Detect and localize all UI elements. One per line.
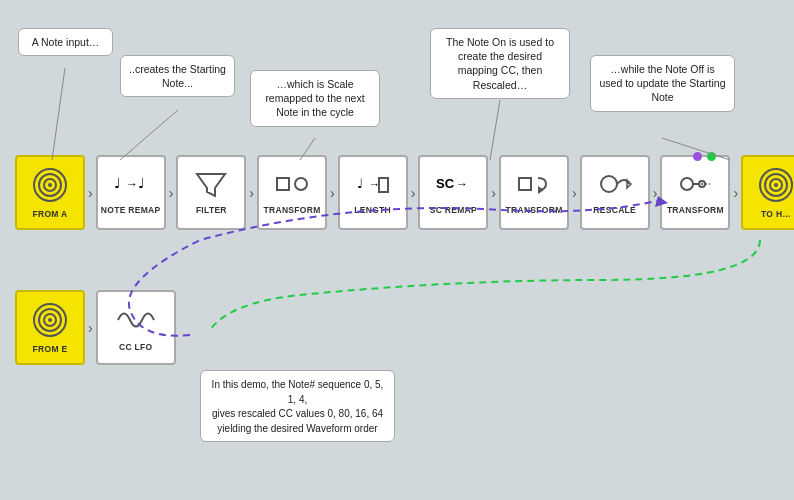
- svg-rect-8: [277, 178, 289, 190]
- module-rescale[interactable]: RESCALE: [580, 155, 650, 230]
- svg-text:SC: SC: [436, 176, 455, 191]
- arrow-4: ›: [330, 185, 335, 201]
- cc-lfo-icon: [114, 303, 158, 339]
- svg-point-27: [774, 183, 778, 187]
- callout-c-text: …which is Scale remapped to the next Not…: [265, 78, 364, 118]
- callout-e: …while the Note Off is used to update th…: [590, 55, 735, 112]
- module-length[interactable]: ♩ → LENGTH: [338, 155, 408, 230]
- green-dot: [707, 152, 716, 161]
- callout-e-text: …while the Note Off is used to update th…: [599, 63, 725, 103]
- chain-row-2: FROM E › CC LFO: [15, 290, 176, 365]
- transform3-icon: [677, 170, 713, 202]
- callout-a-text: A Note input…: [32, 36, 100, 48]
- svg-line-34: [120, 110, 178, 160]
- purple-dot: [693, 152, 702, 161]
- callout-d: The Note On is used to create the desire…: [430, 28, 570, 99]
- note-remap-label: NOTE REMAP: [101, 205, 161, 215]
- arrow-7: ›: [572, 185, 577, 201]
- note-remap-icon: ♩ → ♩: [112, 170, 150, 202]
- filter-icon: [195, 170, 227, 202]
- svg-point-9: [295, 178, 307, 190]
- svg-line-33: [52, 68, 65, 160]
- module-to-h[interactable]: TO H…: [741, 155, 794, 230]
- svg-line-36: [490, 100, 500, 160]
- arrow-9: ›: [733, 185, 738, 201]
- rescale-label: RESCALE: [593, 205, 636, 215]
- sc-remap-icon: SC →: [434, 170, 472, 202]
- from-e-icon: [31, 301, 69, 341]
- arrow-3: ›: [249, 185, 254, 201]
- svg-text:♩: ♩: [357, 176, 363, 191]
- svg-text:→: →: [456, 177, 468, 191]
- module-transform3[interactable]: TRANSFORM: [660, 155, 730, 230]
- callout-f-text: In this demo, the Note# sequence 0, 5, 1…: [212, 379, 384, 434]
- arrow-row2-1: ›: [88, 320, 93, 336]
- module-note-remap[interactable]: ♩ → ♩ NOTE REMAP: [96, 155, 166, 230]
- callout-f: In this demo, the Note# sequence 0, 5, 1…: [200, 370, 395, 442]
- length-icon: ♩ →: [355, 170, 391, 202]
- callout-d-text: The Note On is used to create the desire…: [446, 36, 554, 91]
- callout-c: …which is Scale remapped to the next Not…: [250, 70, 380, 127]
- module-from-e[interactable]: FROM E: [15, 290, 85, 365]
- from-a-icon: [31, 166, 69, 206]
- to-h-icon: [757, 166, 794, 206]
- arrow-1: ›: [88, 185, 93, 201]
- svg-point-22: [701, 183, 703, 185]
- arrow-8: ›: [653, 185, 658, 201]
- rescale-icon: [597, 170, 633, 202]
- callout-b-text: ..creates the Starting Note...: [129, 63, 226, 89]
- transform2-label: TRANSFORM: [506, 205, 563, 215]
- transform1-icon: [274, 170, 310, 202]
- to-h-label: TO H…: [761, 209, 791, 219]
- module-from-a[interactable]: FROM A: [15, 155, 85, 230]
- module-transform2[interactable]: TRANSFORM: [499, 155, 569, 230]
- callout-a: A Note input…: [18, 28, 113, 56]
- arrow-6: ›: [491, 185, 496, 201]
- arrow-5: ›: [411, 185, 416, 201]
- svg-point-17: [601, 176, 617, 192]
- filter-label: FILTER: [196, 205, 227, 215]
- module-cc-lfo[interactable]: CC LFO: [96, 290, 176, 365]
- svg-rect-15: [519, 178, 531, 190]
- cc-lfo-label: CC LFO: [119, 342, 152, 352]
- transform3-label: TRANSFORM: [667, 205, 724, 215]
- svg-text:♩: ♩: [114, 175, 121, 191]
- svg-text:♩: ♩: [138, 175, 145, 191]
- from-a-label: FROM A: [32, 209, 67, 219]
- transform1-label: TRANSFORM: [264, 205, 321, 215]
- svg-point-31: [48, 318, 52, 322]
- transform2-icon: [516, 170, 552, 202]
- module-sc-remap[interactable]: SC → SC REMAP: [418, 155, 488, 230]
- svg-text:→: →: [126, 177, 138, 191]
- callout-b: ..creates the Starting Note...: [120, 55, 235, 97]
- arrow-2: ›: [169, 185, 174, 201]
- from-e-label: FROM E: [33, 344, 68, 354]
- chain-row-1: FROM A › ♩ → ♩ NOTE REMAP › FILTER ›: [15, 155, 794, 230]
- svg-marker-7: [197, 174, 225, 196]
- sc-remap-label: SC REMAP: [430, 205, 477, 215]
- svg-marker-16: [538, 186, 544, 194]
- svg-point-3: [48, 183, 52, 187]
- svg-point-19: [681, 178, 693, 190]
- length-label: LENGTH: [354, 205, 391, 215]
- module-transform1[interactable]: TRANSFORM: [257, 155, 327, 230]
- module-filter[interactable]: FILTER: [176, 155, 246, 230]
- svg-rect-12: [379, 178, 388, 192]
